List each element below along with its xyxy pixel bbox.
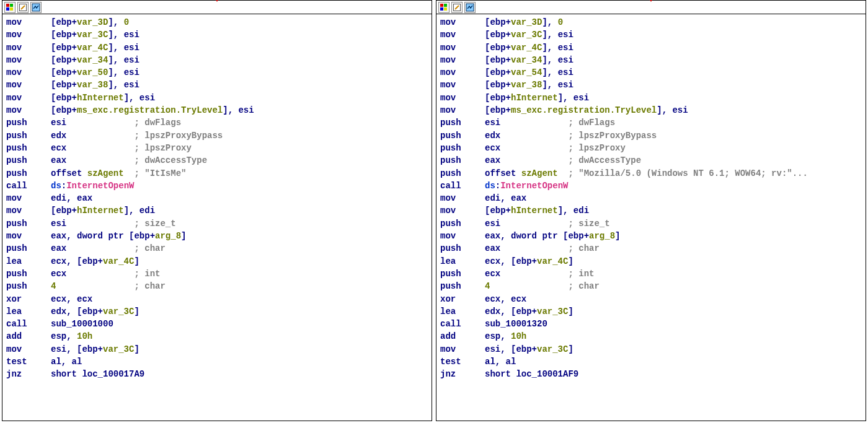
asm-line[interactable]: pushecx ; lpszProxy [6,142,428,154]
asm-line[interactable]: jnzshort loc_10001AF9 [440,368,862,380]
operand-token: esi [51,118,134,128]
asm-line[interactable]: jnzshort loc_100017A9 [6,368,428,380]
asm-line[interactable]: callds:InternetOpenW [6,180,428,192]
asm-line[interactable]: leaedx, [ebp+var_3C] [440,305,862,318]
graph-view-icon[interactable] [30,2,42,13]
mnemonic: push [6,280,51,292]
asm-line[interactable]: mov[ebp+var_4C], esi [440,41,862,54]
asm-line[interactable]: push4 ; char [6,280,428,292]
operand-token: var_3C [511,30,542,40]
asm-line[interactable]: pushesi ; dwFlags [440,116,862,129]
asm-line[interactable]: testal, al [6,355,428,368]
operand-token: ] [568,256,573,266]
asm-line[interactable]: addesp, 10h [440,330,862,342]
asm-line[interactable]: testal, al [440,355,862,368]
asm-line[interactable]: pushecx ; int [440,268,862,280]
asm-line[interactable]: pushoffset szAgent ; "Mozilla/5.0 (Windo… [440,167,862,180]
mnemonic: test [440,355,485,368]
asm-line[interactable]: pushesi ; size_t [6,217,428,230]
asm-line[interactable]: moveax, dword ptr [ebp+arg_8] [6,230,428,242]
asm-line[interactable]: pusheax ; dwAccessType [6,154,428,167]
operand-token: ecx [51,269,134,279]
asm-line[interactable]: pushedx ; lpszProxyBypass [6,129,428,142]
operand-token: var_3C [537,307,568,316]
asm-line[interactable]: leaecx, [ebp+var_4C] [440,255,862,268]
asm-line[interactable]: movesi, [ebp+var_3C] [6,343,428,355]
asm-line[interactable]: mov[ebp+var_3C], esi [440,28,862,41]
operand-token: [ebp+ [485,105,511,115]
asm-line[interactable]: pushesi ; dwFlags [6,116,428,129]
asm-line[interactable]: pushecx ; lpszProxy [440,142,862,154]
asm-line[interactable]: pushedx ; lpszProxyBypass [440,129,862,142]
disassembly-code[interactable]: mov[ebp+var_3D], 0mov[ebp+var_3C], esimo… [436,14,866,421]
operand-token: [ebp+ [485,68,511,77]
operand-token: var_4C [103,256,134,266]
asm-line[interactable]: leaedx, [ebp+var_3C] [6,305,428,318]
mnemonic: push [440,242,485,255]
asm-line[interactable]: pushecx ; int [6,268,428,280]
asm-line[interactable]: mov[ebp+var_3C], esi [6,28,428,41]
asm-line[interactable]: mov[ebp+hInternet], esi [440,92,862,104]
asm-line[interactable]: mov[ebp+hInternet], esi [6,92,428,104]
mnemonic: push [6,242,51,255]
operand-token: [ebp+ [485,30,511,40]
asm-line[interactable]: mov[ebp+var_50], esi [6,66,428,79]
asm-line[interactable]: mov[ebp+var_38], esi [6,79,428,91]
asm-line[interactable]: callsub_10001320 [440,318,862,330]
operand-token: edi, eax [485,193,526,203]
asm-line[interactable]: mov[ebp+var_34], esi [6,54,428,66]
mnemonic: mov [6,79,51,91]
operand-token: esi, [ebp+ [51,344,103,354]
operand-token: ; dwAccessType [568,155,641,165]
color-palette-icon[interactable] [438,2,450,13]
color-palette-icon[interactable] [4,2,16,13]
asm-line[interactable]: mov[ebp+ms_exc.registration.TryLevel], e… [6,104,428,116]
operand-token: [ebp+ [51,43,77,53]
asm-line[interactable]: addesp, 10h [6,330,428,342]
asm-line[interactable]: moveax, dword ptr [ebp+arg_8] [440,230,862,242]
asm-line[interactable]: pusheax ; char [6,242,428,255]
asm-line[interactable]: xorecx, ecx [6,293,428,305]
asm-line[interactable]: push4 ; char [440,280,862,292]
asm-line[interactable]: movesi, [ebp+var_3C] [440,343,862,355]
operand-token: var_3C [537,344,568,354]
asm-line[interactable]: mov[ebp+var_54], esi [440,66,862,79]
asm-line[interactable]: mov[ebp+var_3D], 0 [440,16,862,28]
operand-token: [ebp+ [485,80,511,90]
operand-token: al, al [485,357,516,367]
asm-line[interactable]: mov[ebp+ms_exc.registration.TryLevel], e… [440,104,862,116]
disassembly-code[interactable]: mov[ebp+var_3D], 0mov[ebp+var_3C], esimo… [2,14,432,421]
asm-line[interactable]: callsub_10001000 [6,318,428,330]
operand-token: [ebp+ [51,93,77,103]
asm-line[interactable]: mov[ebp+hInternet], edi [440,204,862,217]
mnemonic: push [440,167,485,180]
asm-line[interactable]: mov[ebp+var_4C], esi [6,41,428,54]
edit-icon[interactable] [17,2,29,13]
asm-line[interactable]: mov[ebp+var_34], esi [440,54,862,66]
operand-token: var_34 [77,55,108,65]
operand-token: var_4C [537,256,568,266]
graph-view-icon[interactable] [464,2,476,13]
asm-line[interactable]: mov[ebp+var_3D], 0 [6,16,428,28]
asm-line[interactable]: pushesi ; size_t [440,217,862,230]
operand-token: ; lpszProxyBypass [568,131,657,141]
asm-line[interactable]: movedi, eax [440,192,862,204]
operand-token: ; char [134,281,165,291]
edit-icon[interactable] [451,2,463,13]
asm-line[interactable]: callds:InternetOpenW [440,180,862,192]
asm-line[interactable]: pusheax ; dwAccessType [440,154,862,167]
operand-token: ; dwFlags [568,118,615,128]
asm-line[interactable]: mov[ebp+hInternet], edi [6,204,428,217]
mnemonic: push [6,154,51,167]
asm-line[interactable]: xorecx, ecx [440,293,862,305]
asm-line[interactable]: pushoffset szAgent ; "ItIsMe" [6,167,428,180]
operand-token: eax, dword ptr [ebp+ [51,231,155,241]
asm-line[interactable]: pusheax ; char [440,242,862,255]
operand-token: var_4C [511,43,542,53]
asm-line[interactable]: mov[ebp+var_38], esi [440,79,862,91]
asm-line[interactable]: leaecx, [ebp+var_4C] [6,255,428,268]
operand-token: ms_exc.registration.TryLevel [511,105,657,115]
panel-toolbar [436,1,866,14]
asm-line[interactable]: movedi, eax [6,192,428,204]
operand-token: var_3D [511,17,542,27]
